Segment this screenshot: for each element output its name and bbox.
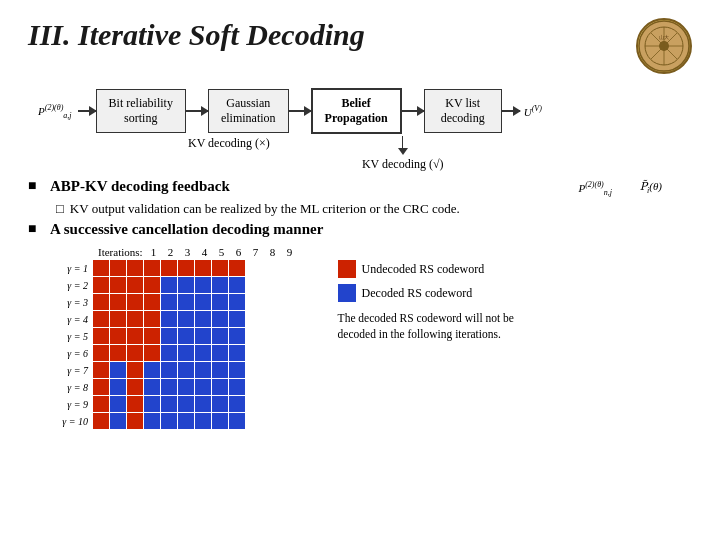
- grid-cell-r7-c0: [93, 379, 109, 395]
- grid-row: γ = 7: [56, 362, 298, 378]
- grid-cell-r7-c5: [178, 379, 194, 395]
- grid-row: γ = 9: [56, 396, 298, 412]
- grid-cell-r1-c7: [212, 277, 228, 293]
- grid-cell-r4-c7: [212, 328, 228, 344]
- grid-row: γ = 5: [56, 328, 298, 344]
- grid-cell-r0-c7: [212, 260, 228, 276]
- grid-cell-r7-c1: [110, 379, 126, 395]
- col-3: 3: [180, 246, 196, 258]
- grid-cell-r5-c8: [229, 345, 245, 361]
- row-label-9: γ = 10: [56, 416, 92, 427]
- formula-p-theta: P(2)(θ)n,j: [578, 180, 612, 197]
- row-label-7: γ = 8: [56, 382, 92, 393]
- kv-x-section: KV decoding (×): [188, 136, 270, 151]
- grid-cell-r9-c1: [110, 413, 126, 429]
- grid-cell-r0-c5: [178, 260, 194, 276]
- kv-check-line: [402, 136, 404, 148]
- grid-cell-r3-c4: [161, 311, 177, 327]
- note-text: The decoded RS codeword will not be deco…: [338, 310, 538, 342]
- grid-cell-r6-c8: [229, 362, 245, 378]
- grid-cell-r6-c1: [110, 362, 126, 378]
- grid-cell-r5-c1: [110, 345, 126, 361]
- grid-cell-r9-c2: [127, 413, 143, 429]
- grid-cell-r4-c3: [144, 328, 160, 344]
- grid-cell-r0-c8: [229, 260, 245, 276]
- col-6: 6: [231, 246, 247, 258]
- formula-p-tilde: P̃i(θ): [640, 180, 662, 195]
- col-5: 5: [214, 246, 230, 258]
- grid-row: γ = 4: [56, 311, 298, 327]
- grid-data-rows: γ = 1γ = 2γ = 3γ = 4γ = 5γ = 6γ = 7γ = 8…: [56, 260, 298, 429]
- grid-cell-r6-c3: [144, 362, 160, 378]
- row-label-1: γ = 2: [56, 280, 92, 291]
- grid-cell-r7-c7: [212, 379, 228, 395]
- university-logo: 山大: [636, 18, 692, 74]
- bullet-text-1: ABP-KV decoding feedback: [50, 178, 230, 195]
- grid-cell-r4-c2: [127, 328, 143, 344]
- grid-cell-r0-c4: [161, 260, 177, 276]
- kv-x-label: KV decoding (×): [188, 136, 270, 151]
- grid-row: γ = 3: [56, 294, 298, 310]
- grid-cell-r2-c6: [195, 294, 211, 310]
- grid-cell-r2-c3: [144, 294, 160, 310]
- grid-cell-r2-c4: [161, 294, 177, 310]
- row-label-4: γ = 5: [56, 331, 92, 342]
- grid-cell-r1-c1: [110, 277, 126, 293]
- grid-cell-r1-c4: [161, 277, 177, 293]
- grid-cell-r5-c0: [93, 345, 109, 361]
- grid-row: γ = 10: [56, 413, 298, 429]
- iteration-grid: Iterations: 1 2 3 4 5 6 7 8 9 γ = 1γ = 2…: [56, 246, 298, 430]
- iterations-label: Iterations:: [98, 246, 143, 258]
- formula-right: U(V): [524, 104, 542, 118]
- grid-cell-r7-c6: [195, 379, 211, 395]
- legend-undecoded-label: Undecoded RS codeword: [362, 262, 485, 277]
- grid-cell-r8-c5: [178, 396, 194, 412]
- grid-cell-r8-c6: [195, 396, 211, 412]
- grid-cell-r8-c1: [110, 396, 126, 412]
- grid-legend-section: Iterations: 1 2 3 4 5 6 7 8 9 γ = 1γ = 2…: [56, 246, 692, 430]
- grid-cell-r2-c8: [229, 294, 245, 310]
- grid-cell-r5-c6: [195, 345, 211, 361]
- grid-cell-r2-c7: [212, 294, 228, 310]
- header: III. Iterative Soft Decoding 山大: [28, 18, 692, 74]
- col-1: 1: [146, 246, 162, 258]
- col-4: 4: [197, 246, 213, 258]
- grid-cell-r7-c2: [127, 379, 143, 395]
- grid-cell-r3-c6: [195, 311, 211, 327]
- grid-cell-r3-c5: [178, 311, 194, 327]
- grid-cell-r7-c4: [161, 379, 177, 395]
- formula-left: P(2)(θ)a,j: [38, 103, 72, 120]
- grid-cell-r4-c6: [195, 328, 211, 344]
- legend-note-section: Undecoded RS codeword Decoded RS codewor…: [338, 260, 538, 342]
- sub-text-1: KV output validation can be realized by …: [70, 201, 460, 217]
- grid-cell-r5-c5: [178, 345, 194, 361]
- flow-box-bit-reliability: Bit reliability sorting: [96, 89, 186, 133]
- flow-box-gaussian: Gaussian elimination: [208, 89, 289, 133]
- grid-cell-r2-c0: [93, 294, 109, 310]
- arrow-in: [78, 110, 96, 112]
- bullet-text-2: A successive cancellation decoding manne…: [50, 221, 323, 238]
- grid-cell-r1-c3: [144, 277, 160, 293]
- bullet-successive: ■ A successive cancellation decoding man…: [28, 221, 692, 238]
- grid-cell-r9-c3: [144, 413, 160, 429]
- arrow-2-3: [289, 110, 311, 112]
- grid-cell-r6-c0: [93, 362, 109, 378]
- grid-cell-r9-c5: [178, 413, 194, 429]
- grid-cell-r9-c6: [195, 413, 211, 429]
- arrow-3-4: [402, 110, 424, 112]
- bullet-marker-2: ■: [28, 221, 42, 237]
- grid-cell-r1-c8: [229, 277, 245, 293]
- grid-cell-r4-c8: [229, 328, 245, 344]
- grid-cell-r9-c4: [161, 413, 177, 429]
- grid-cell-r3-c8: [229, 311, 245, 327]
- kv-check-section: KV decoding (√): [362, 136, 444, 172]
- grid-cell-r9-c7: [212, 413, 228, 429]
- grid-cell-r2-c5: [178, 294, 194, 310]
- grid-cell-r1-c5: [178, 277, 194, 293]
- flowchart-section: P(2)(θ)a,j Bit reliability sorting Gauss…: [28, 88, 692, 172]
- page: III. Iterative Soft Decoding 山大 P(2)(θ)a…: [0, 0, 720, 540]
- grid-cell-r8-c8: [229, 396, 245, 412]
- grid-cell-r5-c3: [144, 345, 160, 361]
- legend-decoded: Decoded RS codeword: [338, 284, 538, 302]
- row-label-3: γ = 4: [56, 314, 92, 325]
